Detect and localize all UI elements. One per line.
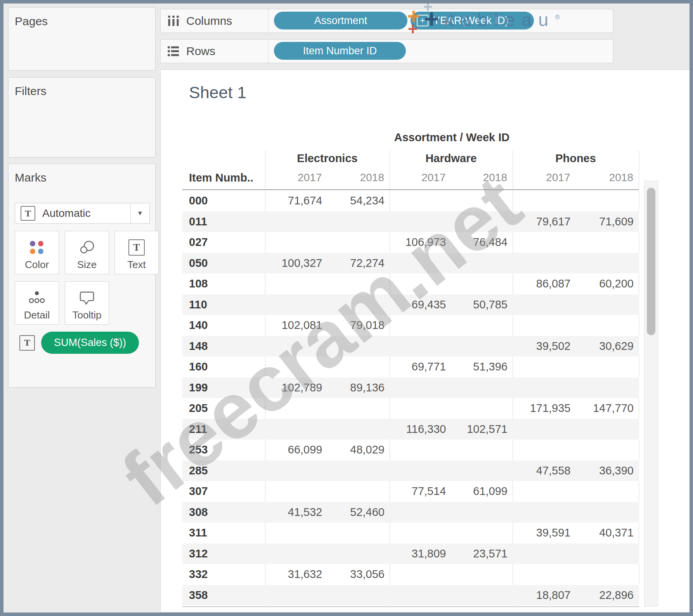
value-cell[interactable]: 102,081	[265, 315, 327, 336]
value-cell[interactable]	[513, 419, 576, 440]
year-weekid-pill[interactable]: + YEAR(Week ID)	[411, 12, 534, 29]
row-header[interactable]: 358	[182, 585, 265, 606]
row-header[interactable]: 011	[182, 211, 265, 232]
value-cell[interactable]: 18,807	[513, 585, 576, 606]
value-cell[interactable]	[327, 460, 390, 481]
row-header[interactable]: 285	[182, 460, 265, 481]
value-cell[interactable]	[451, 190, 513, 211]
chevron-down-icon[interactable]: ▼	[130, 203, 149, 223]
value-cell[interactable]	[451, 315, 513, 336]
value-cell[interactable]	[576, 190, 639, 211]
row-header[interactable]: 000	[182, 190, 265, 211]
value-cell[interactable]	[327, 356, 390, 377]
row-header[interactable]: 311	[182, 523, 265, 543]
detail-button[interactable]: Detail	[15, 281, 59, 325]
value-cell[interactable]: 36,390	[576, 460, 639, 481]
value-cell[interactable]	[390, 211, 451, 232]
value-cell[interactable]	[265, 398, 327, 419]
value-cell[interactable]: 54,234	[327, 190, 390, 211]
sum-sales-pill[interactable]: SUM(Sales ($))	[41, 332, 139, 354]
filters-shelf[interactable]: Filters	[8, 77, 156, 157]
value-cell[interactable]	[265, 419, 327, 440]
text-button[interactable]: T Text	[114, 231, 159, 274]
value-cell[interactable]	[390, 336, 451, 357]
assortment-pill[interactable]: Assortment	[274, 12, 407, 29]
value-cell[interactable]: 31,809	[390, 543, 451, 564]
value-cell[interactable]	[513, 253, 576, 274]
row-header[interactable]: 160	[182, 356, 265, 377]
year-header[interactable]: 2018	[451, 171, 513, 184]
value-cell[interactable]	[513, 315, 576, 336]
value-cell[interactable]	[265, 460, 327, 481]
pages-shelf[interactable]: Pages	[8, 7, 156, 71]
row-header[interactable]: 108	[182, 273, 265, 294]
value-cell[interactable]	[390, 398, 451, 419]
value-cell[interactable]: 31,632	[265, 564, 327, 585]
value-cell[interactable]	[390, 502, 451, 523]
value-cell[interactable]	[327, 273, 390, 294]
value-cell[interactable]	[576, 440, 639, 460]
value-cell[interactable]	[576, 419, 639, 440]
group-header-phones[interactable]: Phones	[513, 152, 639, 165]
value-cell[interactable]: 69,435	[390, 294, 451, 315]
group-header-electronics[interactable]: Electronics	[265, 152, 390, 165]
tooltip-button[interactable]: Tooltip	[65, 281, 109, 325]
value-cell[interactable]: 102,789	[265, 377, 327, 398]
scrollbar-thumb[interactable]	[647, 188, 655, 335]
value-cell[interactable]: 171,935	[513, 398, 576, 419]
value-cell[interactable]	[451, 564, 513, 585]
value-cell[interactable]	[513, 564, 576, 585]
value-cell[interactable]: 71,609	[576, 211, 639, 232]
row-header[interactable]: 307	[182, 481, 265, 502]
value-cell[interactable]: 86,087	[513, 273, 576, 294]
value-cell[interactable]	[390, 585, 451, 606]
expand-plus-icon[interactable]: +	[417, 15, 428, 26]
row-field-header[interactable]: Item Numb..	[189, 171, 253, 184]
value-cell[interactable]	[513, 356, 576, 377]
value-cell[interactable]: 22,896	[576, 585, 639, 606]
value-cell[interactable]: 52,460	[327, 502, 390, 523]
value-cell[interactable]	[451, 336, 513, 357]
row-header[interactable]: 253	[182, 440, 265, 460]
value-cell[interactable]	[513, 377, 576, 398]
item-number-id-pill[interactable]: Item Number ID	[274, 42, 406, 60]
value-cell[interactable]: 40,371	[576, 523, 639, 543]
row-header[interactable]: 027	[182, 232, 265, 253]
value-cell[interactable]	[513, 502, 576, 523]
value-cell[interactable]	[327, 294, 390, 315]
value-cell[interactable]	[451, 440, 513, 460]
row-header[interactable]: 110	[182, 294, 265, 315]
value-cell[interactable]	[327, 211, 390, 232]
value-cell[interactable]: 33,056	[327, 564, 390, 585]
size-button[interactable]: Size	[65, 231, 109, 274]
value-cell[interactable]	[576, 356, 639, 377]
value-cell[interactable]	[513, 190, 576, 211]
color-button[interactable]: Color	[15, 231, 59, 274]
value-cell[interactable]: 79,018	[327, 315, 390, 336]
value-cell[interactable]	[451, 460, 513, 481]
value-cell[interactable]	[513, 481, 576, 502]
value-cell[interactable]: 106,973	[390, 232, 451, 253]
column-field-header[interactable]: Assortment / Week ID	[265, 131, 639, 144]
value-cell[interactable]	[265, 481, 327, 502]
group-header-hardware[interactable]: Hardware	[390, 152, 513, 165]
vertical-scrollbar[interactable]	[644, 181, 658, 607]
value-cell[interactable]: 89,136	[327, 377, 390, 398]
value-cell[interactable]: 60,200	[576, 273, 639, 294]
value-cell[interactable]	[265, 543, 327, 564]
value-cell[interactable]	[576, 564, 639, 585]
row-header[interactable]: 140	[182, 315, 265, 336]
row-header[interactable]: 308	[182, 502, 265, 523]
value-cell[interactable]	[576, 315, 639, 336]
year-header[interactable]: 2018	[327, 171, 390, 184]
value-cell[interactable]	[265, 232, 327, 253]
value-cell[interactable]: 41,532	[265, 502, 327, 523]
row-header[interactable]: 205	[182, 398, 265, 419]
row-header[interactable]: 148	[182, 336, 265, 357]
value-cell[interactable]	[451, 523, 513, 543]
value-cell[interactable]	[327, 523, 390, 543]
value-cell[interactable]	[390, 564, 451, 585]
value-cell[interactable]	[513, 543, 576, 564]
row-header[interactable]: 312	[182, 543, 265, 564]
row-header[interactable]: 199	[182, 377, 265, 398]
